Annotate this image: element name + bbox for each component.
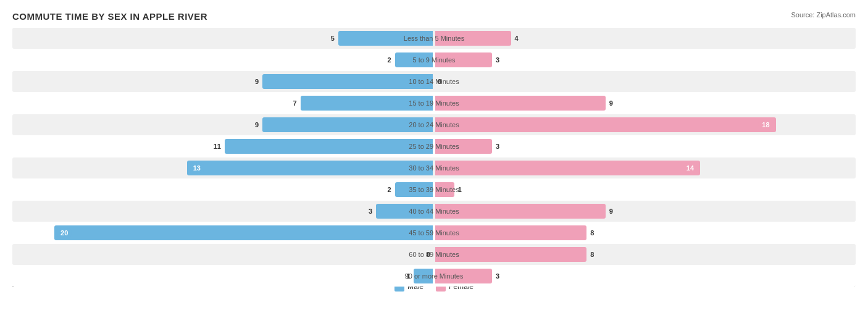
female-value: 4 bbox=[515, 35, 519, 42]
male-value: 3 bbox=[369, 208, 372, 215]
chart-row: 235 to 9 Minutes bbox=[12, 49, 856, 70]
male-value: 1 bbox=[406, 272, 410, 280]
female-value: 9 bbox=[609, 99, 613, 107]
chart-row: 7915 to 19 Minutes bbox=[12, 93, 856, 114]
male-value: 11 bbox=[214, 143, 221, 150]
chart-row: 91820 to 24 Minutes bbox=[12, 114, 856, 135]
chart-row: 3940 to 44 Minutes bbox=[12, 201, 856, 222]
chart-row: 1390 or more Minutes bbox=[12, 266, 856, 287]
female-value: 1 bbox=[458, 186, 462, 193]
chart-row: 54Less than 5 Minutes bbox=[12, 28, 856, 49]
female-value: 9 bbox=[609, 208, 613, 215]
chart-container: COMMUTE TIME BY SEX IN APPLE RIVER Sourc… bbox=[0, 0, 868, 323]
male-value: 9 bbox=[255, 78, 259, 85]
female-value-zero: 0 bbox=[438, 78, 441, 85]
male-value: 2 bbox=[388, 56, 391, 64]
female-value: 3 bbox=[496, 143, 499, 150]
chart-title: COMMUTE TIME BY SEX IN APPLE RIVER bbox=[12, 11, 856, 22]
chart-row: 11325 to 29 Minutes bbox=[12, 136, 856, 157]
chart-row: 9010 to 14 Minutes bbox=[12, 71, 856, 92]
chart-area: 54Less than 5 Minutes235 to 9 Minutes901… bbox=[12, 28, 856, 278]
male-value-badge: 13 bbox=[190, 163, 204, 173]
female-value: 3 bbox=[496, 272, 499, 280]
male-value-badge: 20 bbox=[57, 228, 72, 238]
male-value: 5 bbox=[331, 35, 335, 42]
male-value: 9 bbox=[255, 121, 259, 128]
chart-row: 0860 to 89 Minutes bbox=[12, 244, 856, 265]
male-value: 2 bbox=[388, 186, 391, 193]
male-value-zero: 0 bbox=[427, 251, 430, 258]
chart-row: 131430 to 34 Minutes bbox=[12, 157, 856, 178]
female-value: 8 bbox=[590, 251, 594, 258]
male-value: 7 bbox=[293, 99, 296, 107]
source-label: Source: ZipAtlas.com bbox=[791, 11, 856, 19]
female-value: 3 bbox=[496, 56, 499, 64]
female-value: 8 bbox=[590, 229, 594, 237]
female-value-badge: 14 bbox=[683, 163, 698, 173]
chart-row: 2135 to 39 Minutes bbox=[12, 179, 856, 200]
female-value-badge: 18 bbox=[758, 120, 773, 130]
chart-row: 20845 to 59 Minutes bbox=[12, 222, 856, 243]
